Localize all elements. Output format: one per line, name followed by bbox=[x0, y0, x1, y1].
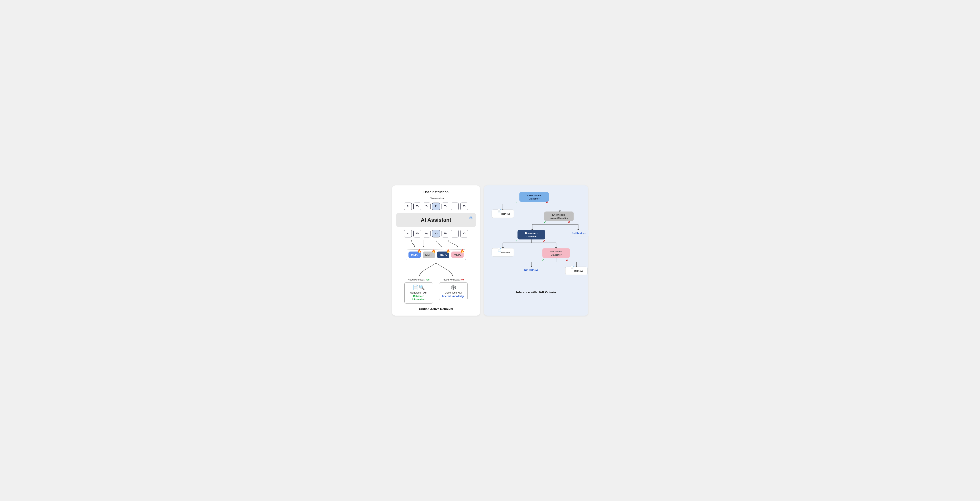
token-tn: Tₙ bbox=[460, 202, 468, 210]
gen-internal-box: 🕸️ Generation with Internal knowledge bbox=[439, 282, 468, 300]
token-t3: T₃ bbox=[423, 202, 431, 210]
check3: ✓ bbox=[515, 239, 518, 242]
token-dots: ... bbox=[451, 202, 459, 210]
self-text2: Classifier bbox=[551, 253, 562, 256]
tree-wrapper: Intent-aware Classifier ✓ ✗ 📄 Retrieve bbox=[488, 190, 584, 287]
time-text1: Time-aware bbox=[525, 232, 538, 234]
token-t4: T₄ bbox=[432, 202, 440, 210]
retrieve-label-3: Retrieve bbox=[574, 269, 584, 272]
retrieve-label-1: Retrieve bbox=[501, 212, 511, 215]
hidden-h2: H₂ bbox=[414, 230, 421, 237]
hidden-hn: Hₙ bbox=[460, 230, 468, 237]
right-panel-title: Inference with UAR Criteria bbox=[516, 291, 556, 294]
time-text2: Classifier bbox=[526, 235, 537, 238]
hidden-h1: H₁ bbox=[404, 230, 412, 237]
gen-retrieved-box: 📄🔍 Generation with Retrieved information bbox=[404, 282, 433, 304]
no-label: Need Retrieval: No bbox=[443, 278, 464, 281]
hidden-dots: ... bbox=[451, 230, 459, 237]
retrieve-label-2: Retrieve bbox=[501, 251, 511, 254]
mlp2-box: 🔥 MLP₂ bbox=[423, 251, 435, 258]
inference-tree-svg: Intent-aware Classifier ✓ ✗ 📄 Retrieve bbox=[488, 190, 584, 286]
fire-icon-2: 🔥 bbox=[432, 249, 436, 253]
retrieved-highlight: Retrieved information bbox=[412, 295, 425, 301]
gen-retrieved-text: Generation with Retrieved information bbox=[407, 291, 430, 301]
hidden-h5: H₅ bbox=[442, 230, 449, 237]
token-row: T₁ T₂ T₃ T₄ T₅ ... Tₙ bbox=[404, 202, 468, 210]
intent-classifier-text2: Classifier bbox=[529, 197, 540, 200]
yes-branch: Need Retrieval: Yes 📄🔍 Generation with R… bbox=[404, 278, 433, 304]
token-t2: T₂ bbox=[414, 202, 421, 210]
snowflake-icon: ❄ bbox=[469, 215, 473, 221]
ai-assistant-label: AI Assistant bbox=[421, 217, 451, 223]
not-retrieve-1: Not Retrieve bbox=[572, 232, 586, 234]
main-container: User Instruction ↓ Tokenization T₁ T₂ T₃… bbox=[392, 185, 588, 316]
check4: ✓ bbox=[542, 258, 545, 262]
x3: ✗ bbox=[543, 239, 546, 242]
svg-rect-24 bbox=[542, 248, 570, 258]
x4: ✗ bbox=[566, 258, 568, 262]
x2: ✗ bbox=[568, 220, 571, 224]
retrieval-decision: Need Retrieval: Yes 📄🔍 Generation with R… bbox=[396, 278, 476, 304]
no-text: No bbox=[461, 278, 464, 281]
check1: ✓ bbox=[515, 200, 518, 204]
self-text1: Self-aware bbox=[550, 250, 562, 253]
retrieved-icon: 📄🔍 bbox=[412, 285, 425, 290]
right-panel: Intent-aware Classifier ✓ ✗ 📄 Retrieve bbox=[484, 185, 588, 316]
knowledge-text1: Knowledge- bbox=[552, 213, 566, 216]
left-panel: User Instruction ↓ Tokenization T₁ T₂ T₃… bbox=[392, 185, 480, 316]
token-t1: T₁ bbox=[404, 202, 412, 210]
not-retrieve-2: Not Retrieve bbox=[524, 269, 539, 271]
svg-rect-15 bbox=[518, 230, 545, 240]
mlp3-box: 🔥 MLP₃ bbox=[437, 251, 449, 258]
knowledge-text2: aware Classifier bbox=[550, 216, 568, 219]
svg-rect-8 bbox=[544, 212, 574, 221]
h-to-mlp-arrows bbox=[403, 240, 469, 247]
yes-text: Yes bbox=[425, 278, 430, 281]
token-t5: T₅ bbox=[442, 202, 449, 210]
mlp4-box: 🔥 MLP₄ bbox=[451, 251, 464, 258]
hidden-state-row: H₁ H₂ H₃ H₄ H₅ ... Hₙ bbox=[404, 230, 468, 237]
internal-icon: 🕸️ bbox=[450, 285, 457, 290]
hidden-h3: H₃ bbox=[423, 230, 431, 237]
tokenization-arrow: ↓ Tokenization bbox=[428, 197, 444, 200]
fire-icon-3: 🔥 bbox=[446, 249, 450, 253]
hidden-h4: H₄ bbox=[432, 230, 440, 237]
tokenization-label: ↓ Tokenization bbox=[428, 197, 444, 200]
fire-icon-1: 🔥 bbox=[417, 249, 422, 253]
intent-classifier-text: Intent-aware bbox=[527, 194, 541, 197]
no-branch: Need Retrieval: No 🕸️ Generation with In… bbox=[439, 278, 468, 300]
mlp-section: 🔥 MLP₁ 🔥 MLP₂ 🔥 MLP₃ 🔥 MLP₄ bbox=[406, 249, 466, 260]
gen-internal-text: Generation with Internal knowledge bbox=[442, 291, 465, 298]
x1: ✗ bbox=[546, 200, 549, 204]
user-instruction-label: User Instruction bbox=[423, 190, 449, 194]
mlp1-box: 🔥 MLP₁ bbox=[409, 251, 421, 258]
check2: ✓ bbox=[544, 220, 547, 224]
svg-rect-0 bbox=[519, 192, 549, 202]
yes-label: Need Retrieval: Yes bbox=[408, 278, 430, 281]
ai-assistant-box: AI Assistant ❄ bbox=[396, 213, 476, 227]
left-panel-title: Unified Active Retrieval bbox=[419, 307, 453, 311]
decision-arrows bbox=[407, 263, 465, 275]
internal-highlight: Internal knowledge bbox=[442, 295, 465, 297]
fire-icon-4: 🔥 bbox=[460, 249, 465, 253]
